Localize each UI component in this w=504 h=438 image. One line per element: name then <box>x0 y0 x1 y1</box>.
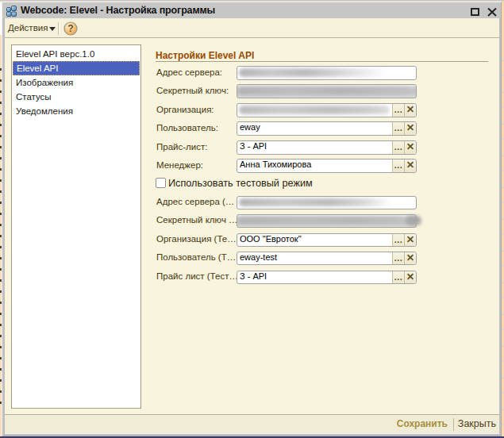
svg-text:?: ? <box>67 23 73 34</box>
